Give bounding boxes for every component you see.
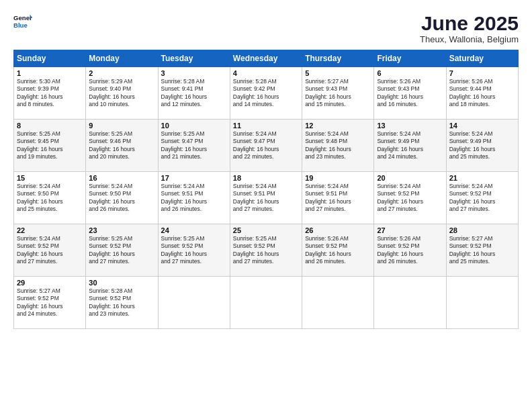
day-info: Sunrise: 5:24 AM Sunset: 9:52 PM Dayligh…: [377, 183, 443, 214]
day-number: 3: [161, 69, 227, 77]
day-number: 4: [233, 69, 299, 77]
day-number: 8: [17, 122, 83, 130]
day-number: 28: [449, 226, 515, 234]
day-number: 2: [89, 69, 154, 77]
col-header-friday: Friday: [374, 50, 446, 67]
calendar-title: June 2025: [420, 12, 519, 34]
day-info: Sunrise: 5:24 AM Sunset: 9:49 PM Dayligh…: [377, 130, 443, 161]
day-number: 9: [89, 122, 154, 130]
day-info: Sunrise: 5:24 AM Sunset: 9:47 PM Dayligh…: [233, 130, 299, 161]
calendar-cell: 5Sunrise: 5:27 AM Sunset: 9:43 PM Daylig…: [302, 67, 374, 120]
day-number: 17: [161, 174, 227, 182]
calendar-table: SundayMondayTuesdayWednesdayThursdayFrid…: [13, 50, 519, 329]
calendar-cell: 20Sunrise: 5:24 AM Sunset: 9:52 PM Dayli…: [374, 172, 446, 224]
title-block: June 2025 Theux, Wallonia, Belgium: [420, 12, 519, 44]
day-number: 11: [233, 122, 299, 130]
svg-text:Blue: Blue: [13, 21, 28, 29]
day-info: Sunrise: 5:24 AM Sunset: 9:51 PM Dayligh…: [161, 183, 227, 214]
day-number: 7: [449, 69, 515, 77]
calendar-cell: 16Sunrise: 5:24 AM Sunset: 9:50 PM Dayli…: [86, 172, 158, 224]
day-number: 21: [449, 174, 515, 182]
day-number: 24: [161, 226, 227, 234]
calendar-week-2: 8Sunrise: 5:25 AM Sunset: 9:45 PM Daylig…: [14, 120, 519, 172]
day-number: 13: [377, 122, 443, 130]
page: General Blue June 2025 Theux, Wallonia, …: [0, 0, 532, 411]
day-number: 23: [89, 226, 154, 234]
day-info: Sunrise: 5:28 AM Sunset: 9:42 PM Dayligh…: [233, 78, 299, 109]
calendar-cell: 9Sunrise: 5:25 AM Sunset: 9:46 PM Daylig…: [86, 120, 158, 172]
day-number: 25: [233, 226, 299, 234]
day-info: Sunrise: 5:29 AM Sunset: 9:40 PM Dayligh…: [89, 78, 154, 109]
day-number: 29: [17, 279, 83, 287]
logo: General Blue: [13, 12, 32, 31]
calendar-cell: 28Sunrise: 5:27 AM Sunset: 9:52 PM Dayli…: [446, 224, 518, 277]
calendar-cell: 19Sunrise: 5:24 AM Sunset: 9:51 PM Dayli…: [302, 172, 374, 224]
calendar-cell: 21Sunrise: 5:24 AM Sunset: 9:52 PM Dayli…: [446, 172, 518, 224]
calendar-cell: 11Sunrise: 5:24 AM Sunset: 9:47 PM Dayli…: [230, 120, 302, 172]
calendar-week-1: 1Sunrise: 5:30 AM Sunset: 9:39 PM Daylig…: [14, 67, 519, 120]
calendar-cell: 15Sunrise: 5:24 AM Sunset: 9:50 PM Dayli…: [14, 172, 86, 224]
col-header-thursday: Thursday: [302, 50, 374, 67]
col-header-tuesday: Tuesday: [158, 50, 230, 67]
day-number: 10: [161, 122, 227, 130]
day-number: 27: [377, 226, 443, 234]
calendar-cell: 24Sunrise: 5:25 AM Sunset: 9:52 PM Dayli…: [158, 224, 230, 277]
calendar-cell: [302, 277, 374, 329]
day-info: Sunrise: 5:28 AM Sunset: 9:41 PM Dayligh…: [161, 78, 227, 109]
day-number: 19: [305, 174, 371, 182]
calendar-cell: 17Sunrise: 5:24 AM Sunset: 9:51 PM Dayli…: [158, 172, 230, 224]
calendar-cell: 29Sunrise: 5:27 AM Sunset: 9:52 PM Dayli…: [14, 277, 86, 329]
day-info: Sunrise: 5:24 AM Sunset: 9:48 PM Dayligh…: [305, 130, 371, 161]
col-header-saturday: Saturday: [446, 50, 518, 67]
calendar-week-5: 29Sunrise: 5:27 AM Sunset: 9:52 PM Dayli…: [14, 277, 519, 329]
day-number: 12: [305, 122, 371, 130]
header: General Blue June 2025 Theux, Wallonia, …: [13, 12, 519, 44]
day-info: Sunrise: 5:26 AM Sunset: 9:52 PM Dayligh…: [377, 235, 443, 266]
calendar-cell: 6Sunrise: 5:26 AM Sunset: 9:43 PM Daylig…: [374, 67, 446, 120]
calendar-cell: 27Sunrise: 5:26 AM Sunset: 9:52 PM Dayli…: [374, 224, 446, 277]
day-info: Sunrise: 5:25 AM Sunset: 9:52 PM Dayligh…: [233, 235, 299, 266]
day-info: Sunrise: 5:30 AM Sunset: 9:39 PM Dayligh…: [17, 78, 83, 109]
day-info: Sunrise: 5:24 AM Sunset: 9:49 PM Dayligh…: [449, 130, 515, 161]
day-info: Sunrise: 5:24 AM Sunset: 9:52 PM Dayligh…: [17, 235, 83, 266]
calendar-cell: 12Sunrise: 5:24 AM Sunset: 9:48 PM Dayli…: [302, 120, 374, 172]
calendar-cell: 1Sunrise: 5:30 AM Sunset: 9:39 PM Daylig…: [14, 67, 86, 120]
day-info: Sunrise: 5:24 AM Sunset: 9:52 PM Dayligh…: [449, 183, 515, 214]
day-number: 14: [449, 122, 515, 130]
day-number: 5: [305, 69, 371, 77]
col-header-monday: Monday: [86, 50, 158, 67]
day-number: 1: [17, 69, 83, 77]
calendar-cell: 2Sunrise: 5:29 AM Sunset: 9:40 PM Daylig…: [86, 67, 158, 120]
calendar-cell: 3Sunrise: 5:28 AM Sunset: 9:41 PM Daylig…: [158, 67, 230, 120]
day-number: 20: [377, 174, 443, 182]
day-info: Sunrise: 5:24 AM Sunset: 9:51 PM Dayligh…: [305, 183, 371, 214]
day-number: 15: [17, 174, 83, 182]
day-info: Sunrise: 5:26 AM Sunset: 9:44 PM Dayligh…: [449, 78, 515, 109]
day-number: 30: [89, 279, 154, 287]
day-info: Sunrise: 5:26 AM Sunset: 9:52 PM Dayligh…: [305, 235, 371, 266]
col-header-wednesday: Wednesday: [230, 50, 302, 67]
calendar-cell: 13Sunrise: 5:24 AM Sunset: 9:49 PM Dayli…: [374, 120, 446, 172]
calendar-cell: 10Sunrise: 5:25 AM Sunset: 9:47 PM Dayli…: [158, 120, 230, 172]
day-info: Sunrise: 5:26 AM Sunset: 9:43 PM Dayligh…: [377, 78, 443, 109]
day-info: Sunrise: 5:24 AM Sunset: 9:50 PM Dayligh…: [17, 183, 83, 214]
logo-icon: General Blue: [13, 12, 32, 31]
day-info: Sunrise: 5:25 AM Sunset: 9:46 PM Dayligh…: [89, 130, 154, 161]
day-number: 22: [17, 226, 83, 234]
calendar-week-4: 22Sunrise: 5:24 AM Sunset: 9:52 PM Dayli…: [14, 224, 519, 277]
day-info: Sunrise: 5:25 AM Sunset: 9:52 PM Dayligh…: [89, 235, 154, 266]
svg-text:General: General: [13, 14, 32, 21]
calendar-cell: [158, 277, 230, 329]
day-info: Sunrise: 5:25 AM Sunset: 9:45 PM Dayligh…: [17, 130, 83, 161]
day-info: Sunrise: 5:24 AM Sunset: 9:50 PM Dayligh…: [89, 183, 154, 214]
calendar-cell: 30Sunrise: 5:28 AM Sunset: 9:52 PM Dayli…: [86, 277, 158, 329]
calendar-cell: 14Sunrise: 5:24 AM Sunset: 9:49 PM Dayli…: [446, 120, 518, 172]
calendar-cell: [230, 277, 302, 329]
calendar-cell: 25Sunrise: 5:25 AM Sunset: 9:52 PM Dayli…: [230, 224, 302, 277]
calendar-cell: 18Sunrise: 5:24 AM Sunset: 9:51 PM Dayli…: [230, 172, 302, 224]
day-number: 26: [305, 226, 371, 234]
day-info: Sunrise: 5:27 AM Sunset: 9:52 PM Dayligh…: [17, 287, 83, 318]
day-number: 6: [377, 69, 443, 77]
calendar-cell: 22Sunrise: 5:24 AM Sunset: 9:52 PM Dayli…: [14, 224, 86, 277]
calendar-cell: [446, 277, 518, 329]
